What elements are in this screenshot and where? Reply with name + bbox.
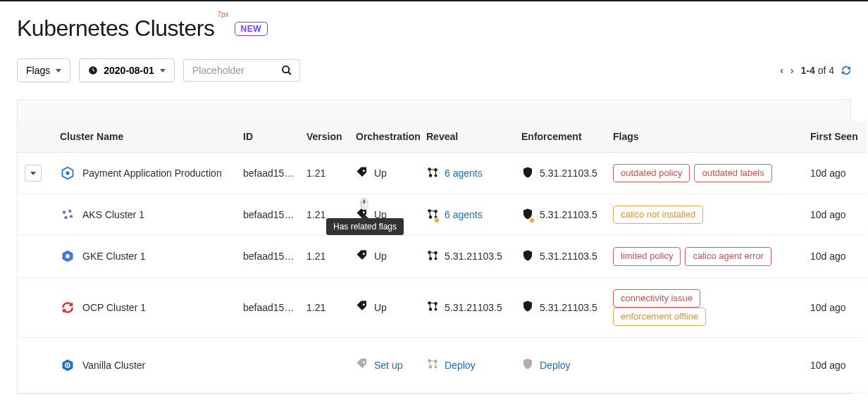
flag-badge: enforcement offline bbox=[613, 308, 706, 326]
next-page-button[interactable]: › bbox=[790, 65, 794, 76]
px-annotation: 7px bbox=[217, 11, 228, 18]
cluster-id: befaad15… bbox=[236, 277, 299, 337]
expand-row-button[interactable] bbox=[25, 165, 42, 182]
cluster-type-icon bbox=[60, 207, 75, 222]
enforcement-status[interactable]: Deploy bbox=[521, 358, 571, 372]
enforcement-status: 5.31.21103.5 bbox=[521, 249, 597, 264]
cluster-name: GKE Cluster 1 bbox=[82, 251, 145, 262]
flag-badge: limited policy bbox=[613, 247, 681, 265]
pagination: ‹ › 1-4 of 4 bbox=[780, 65, 851, 76]
col-version: Version bbox=[299, 121, 349, 153]
cluster-type-icon bbox=[60, 248, 75, 264]
col-name: Cluster Name bbox=[53, 121, 236, 153]
search-input[interactable] bbox=[191, 64, 275, 77]
first-seen: 10d ago bbox=[803, 153, 867, 194]
search-icon bbox=[281, 65, 292, 76]
flag-badge: calico agent error bbox=[685, 247, 771, 265]
svg-point-14 bbox=[68, 210, 71, 213]
enforcement-status: 5.31.21103.5 bbox=[521, 300, 597, 315]
first-seen: 10d ago bbox=[803, 236, 867, 277]
tooltip: Has related flags bbox=[326, 218, 404, 235]
cluster-version: 1.21 bbox=[299, 236, 349, 277]
chevron-down-icon bbox=[56, 69, 61, 72]
reveal-status[interactable]: Deploy bbox=[426, 358, 476, 372]
first-seen: 10d ago bbox=[803, 277, 867, 337]
col-reveal: Reveal bbox=[419, 121, 514, 153]
svg-line-2 bbox=[288, 72, 291, 75]
first-seen: 10d ago bbox=[803, 194, 867, 236]
svg-point-17 bbox=[363, 211, 365, 213]
table-row: Vanilla ClusterSet upDeployDeploy10d ago bbox=[18, 337, 867, 393]
page-range: 1-4 bbox=[801, 65, 815, 76]
svg-line-40 bbox=[430, 303, 436, 304]
flags-filter-label: Flags bbox=[26, 65, 50, 76]
table-row: GKE Cluster 1befaad15…1.21Up5.31.21103.5… bbox=[18, 236, 867, 277]
flags-cell: outdated policyoutdated labels bbox=[606, 153, 803, 194]
flag-badge: outdated labels bbox=[694, 164, 771, 182]
col-first-seen: First Seen bbox=[803, 121, 867, 153]
cluster-id: befaad15… bbox=[236, 153, 299, 194]
svg-point-1 bbox=[283, 66, 289, 72]
flag-badge: outdated policy bbox=[613, 164, 690, 182]
svg-point-26 bbox=[66, 255, 70, 259]
cluster-id bbox=[236, 337, 299, 393]
col-flags: Flags bbox=[606, 121, 803, 153]
svg-line-22 bbox=[430, 210, 436, 211]
cluster-name: Payment Application Production bbox=[82, 167, 222, 179]
svg-line-32 bbox=[430, 252, 436, 253]
of-label: of bbox=[818, 65, 826, 76]
svg-point-13 bbox=[63, 211, 66, 214]
first-seen: 10d ago bbox=[803, 337, 867, 393]
orchestration-status: Up bbox=[356, 166, 387, 181]
col-orchestration: Orchestration bbox=[349, 121, 419, 153]
cluster-id: befaad15… bbox=[236, 236, 299, 277]
flags-filter-button[interactable]: Flags bbox=[17, 58, 70, 82]
clusters-table: Cluster Name ID Version Orchestration Re… bbox=[18, 121, 867, 393]
svg-line-52 bbox=[430, 361, 436, 362]
cluster-name: AKS Cluster 1 bbox=[82, 209, 144, 220]
clock-icon bbox=[88, 65, 98, 75]
prev-page-button[interactable]: ‹ bbox=[780, 65, 783, 76]
col-id: ID bbox=[236, 121, 299, 153]
reveal-status[interactable]: 6 agents bbox=[426, 166, 483, 181]
flag-badge: calico not installed bbox=[613, 206, 703, 224]
reveal-status: 5.31.21103.5 bbox=[426, 249, 502, 264]
cluster-version: 1.21 bbox=[299, 277, 349, 337]
enforcement-status: 5.31.21103.5 bbox=[521, 166, 597, 181]
page-total: 4 bbox=[829, 65, 834, 76]
search-input-wrap[interactable] bbox=[183, 59, 300, 82]
cluster-type-icon bbox=[60, 300, 75, 315]
new-badge: NEW bbox=[235, 22, 268, 36]
svg-point-35 bbox=[363, 304, 365, 306]
table-row: AKS Cluster 1befaad15…1.21Up🖱️Has relate… bbox=[18, 194, 867, 236]
flags-cell bbox=[606, 337, 803, 393]
col-enforcement: Enforcement bbox=[514, 121, 606, 153]
svg-point-4 bbox=[66, 172, 70, 175]
svg-point-27 bbox=[363, 253, 365, 255]
chevron-down-icon bbox=[30, 172, 36, 175]
date-filter-label: 2020-08-01 bbox=[104, 65, 154, 76]
page-title: Kubernetes Clusters bbox=[17, 15, 214, 42]
cluster-id: befaad15… bbox=[236, 194, 299, 236]
reveal-status[interactable]: 6 agents bbox=[426, 208, 483, 222]
cluster-name: Vanilla Cluster bbox=[82, 360, 145, 371]
orchestration-status[interactable]: Set up bbox=[356, 358, 402, 372]
flag-badge: connectivity issue bbox=[613, 289, 700, 308]
orchestration-status: Up bbox=[356, 249, 387, 264]
cluster-version bbox=[299, 337, 349, 393]
flags-cell: calico not installed bbox=[606, 194, 803, 236]
date-filter-button[interactable]: 2020-08-01 bbox=[79, 58, 175, 82]
cluster-name: OCP Cluster 1 bbox=[82, 302, 146, 313]
refresh-button[interactable] bbox=[841, 65, 851, 75]
svg-point-15 bbox=[64, 216, 67, 219]
reveal-status: 5.31.21103.5 bbox=[426, 300, 502, 315]
enforcement-status: 5.31.21103.5 bbox=[521, 208, 597, 222]
chevron-down-icon bbox=[160, 69, 166, 72]
flags-cell: limited policycalico agent error bbox=[606, 236, 803, 277]
orchestration-status: Up bbox=[356, 300, 387, 315]
svg-point-47 bbox=[363, 362, 365, 364]
flags-cell: connectivity issueenforcement offline bbox=[606, 277, 803, 337]
cluster-type-icon bbox=[60, 358, 75, 373]
svg-point-5 bbox=[363, 170, 365, 172]
table-row: OCP Cluster 1befaad15…1.21Up5.31.21103.5… bbox=[18, 277, 867, 337]
